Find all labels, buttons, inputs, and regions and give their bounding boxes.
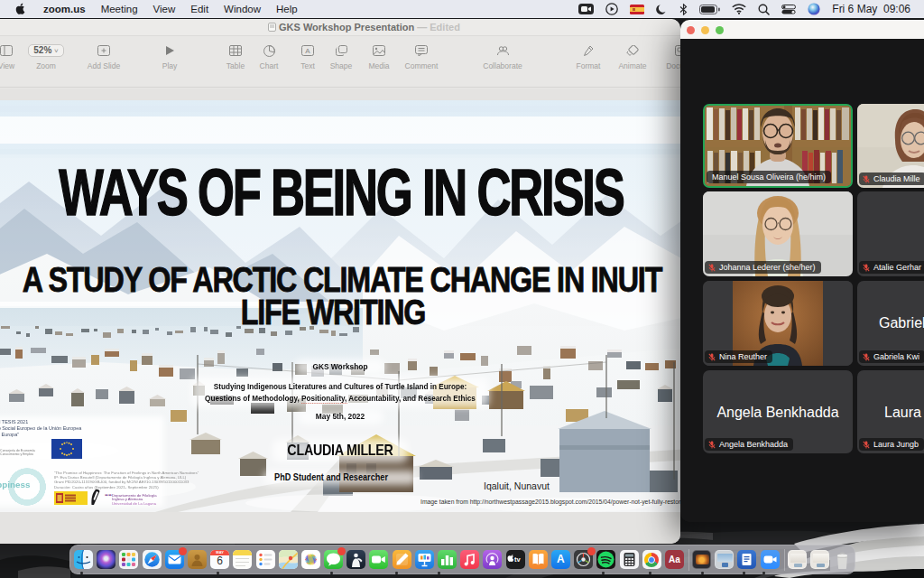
svg-text:tv: tv: [514, 555, 521, 564]
svg-text:A: A: [305, 47, 310, 55]
